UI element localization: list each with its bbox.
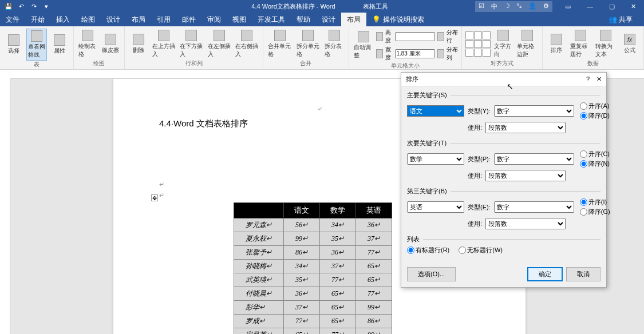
table-cell[interactable]: 35↵ [320,232,356,246]
insert-left-button[interactable]: 在左侧插入 [207,29,232,59]
table-row[interactable]: 宋凤英↵65↵77↵99↵ [234,328,392,335]
secondary-type-select[interactable]: 数字 [494,153,574,165]
table-header-cell[interactable] [234,203,284,218]
table-cell[interactable]: 77↵ [284,315,320,328]
menu-draw[interactable]: 绘图 [76,13,101,27]
table-cell[interactable]: 99↵ [284,232,320,246]
merge-cells-button[interactable]: 合并单元格 [267,29,293,59]
cell-margins-button[interactable]: 单元格边距 [516,29,539,59]
secondary-desc-radio[interactable] [580,160,587,168]
menu-table-design[interactable]: 设计 [316,13,341,27]
primary-field-select[interactable]: 语文 [407,105,464,117]
menu-help[interactable]: 帮助 [291,13,316,27]
width-input[interactable] [395,49,435,58]
secondary-field-select[interactable]: 数学 [407,153,464,165]
table-cell[interactable]: 宋凤英↵ [234,328,284,335]
tertiary-asc-radio[interactable] [580,198,587,206]
table-header-cell[interactable]: 语文 [284,203,320,218]
insert-right-button[interactable]: 在右侧插入 [234,29,259,59]
tertiary-field-select[interactable]: 英语 [407,201,464,213]
tertiary-desc-radio[interactable] [580,208,587,216]
secondary-asc-radio[interactable] [580,150,587,158]
table-cell[interactable]: 65↵ [284,328,320,335]
eraser-button[interactable]: 橡皮擦 [100,33,121,55]
table-cell[interactable]: 65↵ [356,260,392,273]
undo-icon[interactable]: ↶ [17,2,25,10]
table-cell[interactable]: 武英瑛↵ [234,273,284,287]
table-cell[interactable]: 37↵ [356,232,392,246]
table-cell[interactable]: 夏永权↵ [234,232,284,246]
view-gridlines-button[interactable]: 查看网格线 [26,29,47,61]
insert-above-button[interactable]: 在上方插入 [151,29,176,59]
table-row[interactable]: 付晓晨↵36↵65↵77↵ [234,287,392,301]
draw-table-button[interactable]: 绘制表格 [77,29,98,59]
tertiary-type-select[interactable]: 数字 [494,201,574,213]
data-table[interactable]: 语文数学英语 罗元森↵56↵34↵36↵夏永权↵99↵35↵37↵张馨予↵86↵… [234,202,392,334]
secondary-using-select[interactable]: 段落数 [485,170,566,181]
primary-asc-radio[interactable] [580,102,587,110]
delete-button[interactable]: 删除 [128,33,149,55]
ok-button[interactable]: 确定 [527,267,563,281]
table-move-handle[interactable]: ✥ [151,194,158,201]
table-cell[interactable]: 65↵ [320,287,356,301]
customize-icon[interactable]: ▾ [42,2,50,10]
dialog-close-icon[interactable]: ✕ [596,75,602,83]
table-cell[interactable]: 张馨予↵ [234,246,284,260]
menu-mailings[interactable]: 邮件 [176,13,202,27]
table-cell[interactable]: 付晓晨↵ [234,287,284,301]
search-help[interactable]: 💡 操作说明搜索 [366,13,430,27]
ribbon-options-icon[interactable]: ▭ [557,2,579,11]
table-row[interactable]: 罗成↵77↵65↵86↵ [234,315,392,328]
table-cell[interactable]: 34↵ [320,218,356,232]
primary-using-select[interactable]: 段落数 [485,122,566,133]
table-cell[interactable]: 99↵ [356,328,392,335]
menu-home[interactable]: 开始 [25,13,50,27]
split-cells-button[interactable]: 拆分单元格 [295,29,322,59]
options-button[interactable]: 选项(O)... [407,267,456,281]
primary-desc-radio[interactable] [580,112,587,120]
select-button[interactable]: 选择 [3,33,24,56]
vertical-ruler[interactable] [0,79,10,334]
share-button[interactable]: 👥 共享 [603,13,638,27]
split-table-button[interactable]: 拆分表格 [323,29,345,59]
table-cell[interactable]: 99↵ [356,301,392,315]
formula-button[interactable]: fx公式 [619,33,640,55]
minimize-icon[interactable]: — [579,2,601,11]
table-cell[interactable]: 36↵ [320,246,356,260]
sort-button[interactable]: 排序 [546,33,567,55]
repeat-header-button[interactable]: 重复标题行 [569,29,592,59]
cancel-button[interactable]: 取消 [566,267,600,281]
height-input[interactable] [395,32,435,41]
table-cell[interactable]: 37↵ [284,301,320,315]
insert-below-button[interactable]: 在下方插入 [179,29,204,59]
dist-rows-label[interactable]: 分布行 [447,29,458,45]
properties-button[interactable]: 属性 [49,33,70,56]
no-header-radio[interactable] [459,246,466,254]
dialog-help-icon[interactable]: ? [586,75,590,83]
autofit-button[interactable]: 自动调整 [353,30,374,61]
table-cell[interactable]: 86↵ [356,315,392,328]
table-row[interactable]: 彭华↵37↵65↵99↵ [234,301,392,315]
maximize-icon[interactable]: ▢ [601,2,623,11]
table-cell[interactable]: 37↵ [320,260,356,273]
text-direction-button[interactable]: 文字方向 [493,29,513,59]
menu-insert[interactable]: 插入 [50,13,76,27]
table-row[interactable]: 罗元森↵56↵34↵36↵ [234,218,392,232]
table-header-cell[interactable]: 数学 [320,203,356,218]
table-cell[interactable]: 65↵ [320,301,356,315]
menu-developer[interactable]: 开发工具 [252,13,291,27]
table-cell[interactable]: 彭华↵ [234,301,284,315]
menu-table-layout[interactable]: 布局 [341,13,366,27]
menu-view[interactable]: 视图 [227,13,252,27]
table-cell[interactable]: 36↵ [284,287,320,301]
table-cell[interactable]: 罗成↵ [234,315,284,328]
table-cell[interactable]: 34↵ [284,260,320,273]
menu-review[interactable]: 审阅 [202,13,227,27]
dist-cols-label[interactable]: 分布列 [447,46,458,62]
menu-file[interactable]: 文件 [0,13,25,27]
table-row[interactable]: 武英瑛↵35↵77↵65↵ [234,273,392,287]
table-cell[interactable]: 36↵ [356,218,392,232]
table-row[interactable]: 夏永权↵99↵35↵37↵ [234,232,392,246]
menu-references[interactable]: 引用 [151,13,176,27]
ime-status-icons[interactable]: ☑中☽°₂👤⚙ [475,1,552,12]
